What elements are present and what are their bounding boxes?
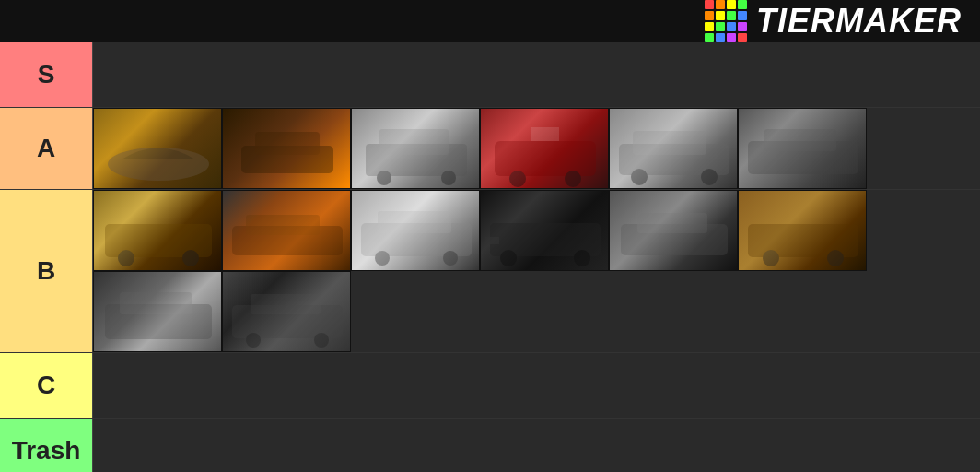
tier-row-trash: Trash	[0, 419, 980, 472]
svg-rect-32	[748, 224, 858, 257]
list-item[interactable]	[738, 190, 867, 271]
svg-rect-31	[637, 213, 707, 233]
list-item[interactable]	[609, 190, 738, 271]
tier-content-trash	[92, 419, 980, 472]
svg-rect-16	[764, 129, 836, 151]
list-item[interactable]	[351, 190, 480, 271]
list-item[interactable]	[351, 108, 480, 189]
tier-label-trash: Trash	[0, 419, 92, 472]
svg-rect-36	[120, 292, 192, 314]
list-item[interactable]	[480, 108, 609, 189]
tier-content-b	[92, 190, 980, 352]
logo-grid	[705, 0, 747, 42]
svg-point-8	[509, 171, 526, 187]
list-item[interactable]	[93, 271, 222, 352]
tier-content-a	[92, 108, 980, 189]
list-item[interactable]	[93, 108, 222, 189]
svg-rect-12	[633, 131, 706, 155]
svg-point-40	[314, 333, 329, 348]
list-item[interactable]	[222, 108, 351, 189]
list-item[interactable]	[222, 190, 351, 271]
tier-row-b: B	[0, 190, 980, 353]
svg-rect-23	[378, 211, 451, 233]
list-item[interactable]	[222, 271, 351, 352]
list-item[interactable]	[738, 108, 867, 189]
tier-row-a: A	[0, 108, 980, 190]
svg-rect-2	[255, 132, 320, 155]
svg-rect-4	[379, 129, 449, 155]
logo-text: TierMaker	[756, 2, 962, 41]
tier-label-s: S	[0, 42, 92, 107]
svg-point-14	[701, 169, 718, 185]
svg-point-24	[375, 251, 390, 266]
svg-point-34	[827, 250, 844, 266]
tier-content-c	[92, 353, 980, 418]
list-item[interactable]	[609, 108, 738, 189]
svg-point-13	[631, 169, 648, 185]
tier-row-s: S	[0, 42, 980, 108]
svg-point-19	[182, 250, 199, 266]
tier-label-b: B	[0, 190, 92, 352]
svg-rect-29	[485, 237, 499, 244]
svg-rect-7	[495, 141, 596, 176]
svg-point-33	[763, 250, 779, 266]
svg-point-25	[443, 251, 458, 266]
svg-rect-38	[251, 294, 321, 314]
svg-point-28	[574, 250, 590, 266]
svg-point-27	[500, 250, 517, 266]
main-container: TierMaker S A	[0, 0, 980, 472]
svg-point-5	[377, 171, 391, 185]
svg-point-18	[118, 250, 134, 266]
list-item[interactable]	[480, 190, 609, 271]
tiers-container: S A	[0, 42, 980, 472]
svg-point-9	[565, 171, 581, 187]
tiermaker-logo: TierMaker	[705, 0, 962, 42]
tier-content-s	[92, 42, 980, 107]
tier-label-c: C	[0, 353, 92, 418]
svg-rect-10	[531, 127, 559, 141]
tier-row-c: C	[0, 353, 980, 419]
svg-point-6	[441, 171, 456, 185]
header: TierMaker	[0, 0, 980, 42]
list-item[interactable]	[93, 190, 222, 271]
svg-rect-21	[246, 215, 320, 235]
svg-point-39	[246, 333, 261, 348]
tier-label-a: A	[0, 108, 92, 189]
